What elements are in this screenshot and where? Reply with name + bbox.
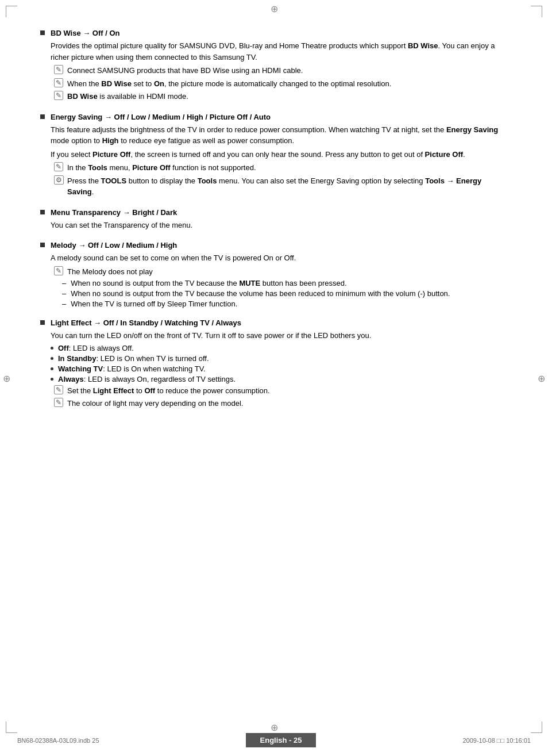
section-melody: Melody → Off / Low / Medium / High A mel… <box>40 241 508 308</box>
section-menu-transparency-body: You can set the Transparency of the menu… <box>51 220 508 231</box>
bullet-dot-off <box>51 347 53 350</box>
melody-sub-item-3-text: When the TV is turned off by Sleep Timer… <box>71 300 237 308</box>
energy-saving-note-2-text: Press the TOOLS button to display the To… <box>67 175 508 198</box>
melody-sub-item-1-text: When no sound is output from the TV beca… <box>71 279 346 287</box>
pencil-icon-3 <box>53 91 64 99</box>
melody-sub-item-2: – When no sound is output from the TV be… <box>62 289 508 298</box>
section-energy-saving: Energy Saving → Off / Low / Medium / Hig… <box>40 113 508 198</box>
section-light-effect: Light Effect → Off / In Standby / Watchi… <box>40 318 508 409</box>
page-container: ⊕ ⊕ ⊕ BD Wise → Off / On Provides the op… <box>0 0 548 756</box>
section-energy-saving-body: This feature adjusts the brightness of t… <box>51 124 508 198</box>
melody-sub-list: – When no sound is output from the TV be… <box>62 279 508 308</box>
melody-sub-item-1: – When no sound is output from the TV be… <box>62 279 508 287</box>
footer-page-number: English - 25 <box>246 733 317 747</box>
section-menu-transparency-title: Menu Transparency → Bright / Dark <box>40 208 508 217</box>
crosshair-bottom: ⊕ <box>271 722 278 733</box>
melody-sub-item-2-text: When no sound is output from the TV beca… <box>71 289 450 298</box>
footer-right-text: 2009-10-08 □□ 10:16:01 <box>462 737 531 744</box>
bullet-square-bd-wise <box>40 30 45 35</box>
section-energy-saving-heading: Energy Saving → Off / Low / Medium / Hig… <box>51 113 271 121</box>
pencil-icon-4 <box>53 163 64 171</box>
crosshair-right: ⊕ <box>538 373 545 383</box>
bd-wise-para-1: Provides the optimal picture quality for… <box>51 40 508 63</box>
bd-wise-note-2-text: When the BD Wise set to On, the picture … <box>67 78 391 90</box>
bullet-square-melody <box>40 243 45 247</box>
bd-wise-note-3: BD Wise is available in HDMI mode. <box>53 91 508 102</box>
energy-saving-para-2: If you select Picture Off, the screen is… <box>51 149 508 160</box>
corner-mark-tl <box>6 6 17 17</box>
light-effect-note-1: Set the Light Effect to Off to reduce th… <box>53 385 508 397</box>
bd-wise-note-1: Connect SAMSUNG products that have BD Wi… <box>53 65 508 76</box>
section-melody-heading: Melody → Off / Low / Medium / High <box>51 241 177 250</box>
light-effect-watching-text: Watching TV: LED is On when watching TV. <box>58 364 206 373</box>
bullet-square-energy-saving <box>40 114 45 119</box>
light-effect-standby-text: In Standby: LED is On when TV is turned … <box>58 354 209 363</box>
light-effect-para-1: You can turn the LED on/off on the front… <box>51 330 508 341</box>
page-footer: BN68-02388A-03L09.indb 25 ⊕ English - 25… <box>0 733 548 747</box>
light-effect-off-text: Off: LED is always Off. <box>58 344 134 352</box>
energy-saving-note-1: In the Tools menu, Picture Off function … <box>53 162 508 174</box>
melody-note-1: The Melody does not play <box>53 266 508 278</box>
section-light-effect-heading: Light Effect → Off / In Standby / Watchi… <box>51 318 241 327</box>
light-effect-bullet-watching: Watching TV: LED is On when watching TV. <box>51 364 508 373</box>
section-bd-wise-heading: BD Wise → Off / On <box>51 29 120 37</box>
section-menu-transparency: Menu Transparency → Bright / Dark You ca… <box>40 208 508 231</box>
main-content: BD Wise → Off / On Provides the optimal … <box>40 29 508 409</box>
bullet-square-menu-transparency <box>40 210 45 214</box>
pencil-icon-6 <box>53 386 64 394</box>
light-effect-bullet-standby: In Standby: LED is On when TV is turned … <box>51 354 508 363</box>
bullet-dot-standby <box>51 357 53 360</box>
corner-mark-br <box>531 722 542 733</box>
melody-note-1-text: The Melody does not play <box>67 266 153 278</box>
section-light-effect-body: You can turn the LED on/off on the front… <box>51 330 508 409</box>
pencil-icon-2 <box>53 79 64 87</box>
light-effect-bullet-always: Always: LED is always On, regardless of … <box>51 375 508 383</box>
bullet-square-light-effect <box>40 320 45 325</box>
pencil-icon-5 <box>53 267 64 275</box>
section-melody-title: Melody → Off / Low / Medium / High <box>40 241 508 250</box>
energy-saving-note-1-text: In the Tools menu, Picture Off function … <box>67 162 256 174</box>
section-energy-saving-title: Energy Saving → Off / Low / Medium / Hig… <box>40 113 508 121</box>
light-effect-note-2-text: The colour of light may very depending o… <box>67 398 243 409</box>
light-effect-bullet-off: Off: LED is always Off. <box>51 344 508 352</box>
melody-sub-item-3: – When the TV is turned off by Sleep Tim… <box>62 300 508 308</box>
bd-wise-note-3-text: BD Wise is available in HDMI mode. <box>67 91 188 102</box>
section-bd-wise: BD Wise → Off / On Provides the optimal … <box>40 29 508 102</box>
energy-saving-note-2: Press the TOOLS button to display the To… <box>53 175 508 198</box>
melody-para-1: A melody sound can be set to come on whe… <box>51 252 508 264</box>
light-effect-note-2: The colour of light may very depending o… <box>53 398 508 409</box>
section-menu-transparency-heading: Menu Transparency → Bright / Dark <box>51 208 177 217</box>
crosshair-top: ⊕ <box>268 3 280 14</box>
pencil-icon-1 <box>53 66 64 74</box>
dash-1: – <box>62 279 66 287</box>
bullet-dot-always <box>51 378 53 381</box>
pencil-icon-7 <box>53 398 64 406</box>
corner-mark-bl <box>6 722 17 733</box>
section-bd-wise-body: Provides the optimal picture quality for… <box>51 40 508 102</box>
section-melody-body: A melody sound can be set to come on whe… <box>51 252 508 308</box>
dash-3: – <box>62 300 66 308</box>
bd-wise-note-1-text: Connect SAMSUNG products that have BD Wi… <box>67 65 303 76</box>
dash-2: – <box>62 289 66 298</box>
tools-icon-1 <box>53 176 64 184</box>
section-bd-wise-title: BD Wise → Off / On <box>40 29 508 37</box>
light-effect-always-text: Always: LED is always On, regardless of … <box>58 375 236 383</box>
footer-left-text: BN68-02388A-03L09.indb 25 <box>17 737 99 744</box>
menu-transparency-para-1: You can set the Transparency of the menu… <box>51 220 508 231</box>
section-light-effect-title: Light Effect → Off / In Standby / Watchi… <box>40 318 508 327</box>
crosshair-left: ⊕ <box>3 373 10 383</box>
light-effect-note-1-text: Set the Light Effect to Off to reduce th… <box>67 385 270 397</box>
corner-mark-tr <box>531 6 542 17</box>
energy-saving-para-1: This feature adjusts the brightness of t… <box>51 124 508 147</box>
bd-wise-note-2: When the BD Wise set to On, the picture … <box>53 78 508 90</box>
bullet-dot-watching <box>51 367 53 370</box>
